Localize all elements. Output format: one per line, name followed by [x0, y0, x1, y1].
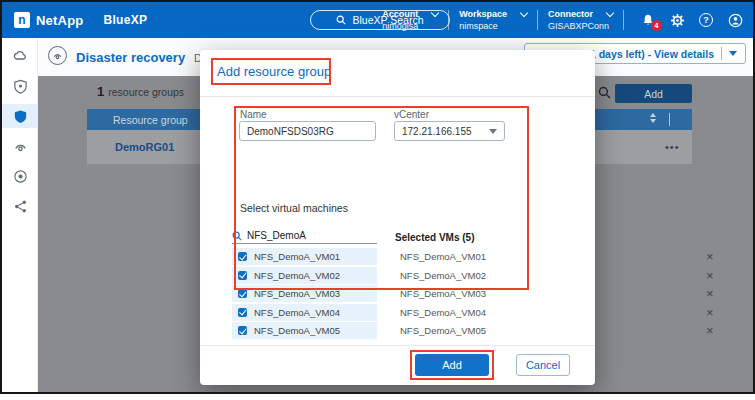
vm-list-item[interactable]: NFS_DemoA_VM03 — [232, 285, 377, 302]
table-add-button[interactable]: Add — [615, 84, 692, 103]
remove-vm-icon[interactable]: × — [706, 306, 714, 319]
select-vms-label: Select virtual machines — [240, 202, 348, 214]
checkbox-checked[interactable] — [238, 271, 247, 280]
share-nodes-icon — [13, 199, 28, 214]
selected-vm-name: NFS_DemoA_VM01 — [400, 251, 486, 262]
brand-name: NetApp — [36, 13, 83, 28]
vm-name: NFS_DemoA_VM03 — [254, 288, 340, 299]
page-title[interactable]: Disaster recovery — [76, 50, 185, 65]
chevron-down-icon — [520, 8, 528, 16]
top-bar: n NetApp BlueXP BlueXP Search Account ni… — [2, 2, 753, 38]
sidebar-item-canvas[interactable] — [2, 44, 38, 68]
product-name: BlueXP — [103, 13, 147, 27]
shield-heart-icon — [13, 79, 28, 94]
cloud-icon — [12, 48, 28, 64]
vcenter-select[interactable]: 172.21.166.155 — [394, 121, 505, 141]
chevron-down-icon — [489, 129, 497, 134]
connector-label: Connector — [548, 9, 593, 19]
netapp-logo-icon: n — [14, 12, 30, 28]
add-button[interactable]: Add — [415, 354, 489, 376]
workspace-value: nimspace — [459, 21, 527, 31]
divider — [721, 47, 722, 60]
user-account-icon[interactable] — [727, 12, 743, 28]
selected-vm-item: NFS_DemoA_VM01× — [400, 248, 560, 265]
vm-list-item[interactable]: NFS_DemoA_VM05 — [232, 322, 377, 339]
add-resource-group-dialog: Add resource group Name vCenter 172.21.1… — [200, 50, 595, 385]
vm-name: NFS_DemoA_VM02 — [254, 270, 340, 281]
remove-vm-icon[interactable]: × — [706, 269, 714, 282]
sidebar-item-targets[interactable] — [2, 164, 38, 188]
vcenter-value: 172.21.166.155 — [402, 126, 472, 137]
left-navigation-rail — [2, 38, 38, 392]
workspace-label: Workspace — [459, 9, 507, 19]
checkbox-checked[interactable] — [238, 289, 247, 298]
sidebar-item-sharing[interactable] — [2, 194, 38, 218]
table-search-icon[interactable] — [598, 85, 611, 103]
selected-vm-list: NFS_DemoA_VM01× NFS_DemoA_VM02× NFS_Demo… — [400, 248, 560, 341]
available-vm-list: NFS_DemoA_VM01 NFS_DemoA_VM02 NFS_DemoA_… — [232, 248, 377, 341]
vm-search-value: NFS_DemoA — [247, 230, 306, 241]
target-icon — [13, 169, 28, 184]
divider — [200, 96, 595, 97]
workspace-menu[interactable]: Workspace nimspace — [459, 9, 527, 31]
vm-name: NFS_DemoA_VM01 — [254, 251, 340, 262]
chevron-down-icon — [431, 8, 439, 16]
resource-group-link[interactable]: DemoRG01 — [115, 141, 174, 153]
divider — [669, 113, 670, 126]
cancel-button[interactable]: Cancel — [516, 354, 570, 376]
account-label: Account — [382, 9, 418, 19]
sidebar-item-health[interactable] — [2, 74, 38, 98]
divider — [448, 10, 449, 30]
vm-list-item[interactable]: NFS_DemoA_VM04 — [232, 304, 377, 321]
sidebar-item-disaster-recovery[interactable] — [2, 134, 38, 158]
account-value: nimogisa — [382, 21, 438, 31]
chevron-down-icon — [606, 8, 614, 16]
shield-icon — [13, 109, 28, 124]
vcenter-label: vCenter — [394, 109, 429, 120]
count-number: 1 — [97, 84, 104, 99]
remove-vm-icon[interactable]: × — [706, 250, 714, 263]
selected-vm-item: NFS_DemoA_VM04× — [400, 304, 560, 321]
selected-vm-item: NFS_DemoA_VM02× — [400, 267, 560, 284]
checkbox-checked[interactable] — [238, 252, 247, 261]
topbar-icons: 4 ? — [640, 12, 743, 28]
connector-value: GISABXPConn — [548, 21, 613, 31]
vm-name: NFS_DemoA_VM05 — [254, 325, 340, 336]
sort-icon[interactable] — [650, 113, 656, 123]
selected-vm-name: NFS_DemoA_VM02 — [400, 270, 486, 281]
vm-list-item[interactable]: NFS_DemoA_VM02 — [232, 267, 377, 284]
notification-badge: 4 — [651, 20, 662, 31]
settings-gear-icon[interactable] — [669, 12, 685, 28]
vm-name: NFS_DemoA_VM04 — [254, 307, 340, 318]
count-label: resource groups — [108, 86, 184, 98]
sidebar-item-protection-active[interactable] — [2, 104, 38, 128]
disaster-recovery-service-icon — [48, 46, 67, 65]
row-actions-menu-icon[interactable]: ••• — [665, 141, 680, 153]
vm-search-input[interactable]: NFS_DemoA — [232, 228, 377, 244]
topbar-right-cluster: Account nimogisa Workspace nimspace Conn… — [382, 2, 743, 38]
radar-icon — [13, 139, 28, 154]
vm-list-item[interactable]: NFS_DemoA_VM01 — [232, 248, 377, 265]
checkbox-checked[interactable] — [238, 308, 247, 317]
chevron-down-icon — [729, 51, 737, 56]
divider — [537, 10, 538, 30]
selected-vm-name: NFS_DemoA_VM05 — [400, 325, 486, 336]
name-label: Name — [240, 109, 267, 120]
help-icon[interactable]: ? — [698, 12, 714, 28]
connector-menu[interactable]: Connector GISABXPConn — [548, 9, 613, 31]
selected-vm-item: NFS_DemoA_VM05× — [400, 322, 560, 339]
resource-group-count: 1resource groups — [97, 84, 184, 99]
divider — [623, 10, 624, 30]
notifications-bell-icon[interactable]: 4 — [640, 12, 656, 28]
remove-vm-icon[interactable]: × — [706, 324, 714, 337]
name-input[interactable] — [239, 121, 376, 141]
account-menu[interactable]: Account nimogisa — [382, 9, 438, 31]
selected-vm-name: NFS_DemoA_VM03 — [400, 288, 486, 299]
dialog-title: Add resource group — [217, 64, 331, 79]
column-resource-group: Resource group — [113, 114, 188, 126]
divider — [200, 345, 595, 346]
selected-vm-item: NFS_DemoA_VM03× — [400, 285, 560, 302]
remove-vm-icon[interactable]: × — [706, 287, 714, 300]
checkbox-checked[interactable] — [238, 326, 247, 335]
search-icon — [336, 15, 346, 25]
